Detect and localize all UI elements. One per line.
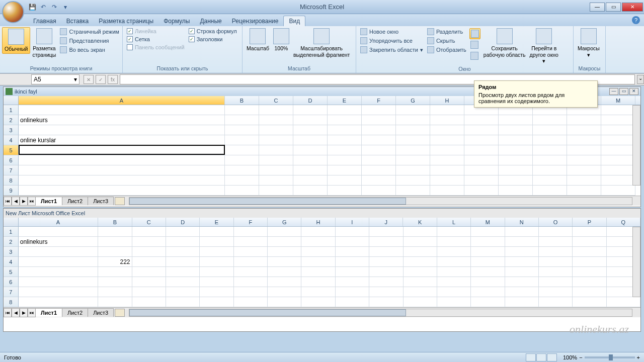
cell[interactable] xyxy=(471,267,505,277)
column-header[interactable]: B xyxy=(98,218,132,226)
cell[interactable] xyxy=(19,247,98,257)
cell[interactable] xyxy=(430,105,464,115)
cell[interactable] xyxy=(362,145,396,155)
cell[interactable] xyxy=(471,237,505,247)
cell[interactable] xyxy=(533,186,567,196)
cell[interactable] xyxy=(437,257,471,267)
cell[interactable] xyxy=(396,115,430,125)
cell[interactable] xyxy=(573,277,606,287)
cell[interactable] xyxy=(234,287,268,297)
zoom-out-button[interactable]: − xyxy=(579,354,582,360)
cell[interactable] xyxy=(607,297,640,307)
cell[interactable] xyxy=(533,155,567,165)
cell[interactable] xyxy=(404,267,437,277)
cell[interactable] xyxy=(362,135,396,145)
cell[interactable] xyxy=(259,115,293,125)
column-header[interactable]: F xyxy=(234,218,268,226)
qat-customize-icon[interactable]: ▾ xyxy=(60,2,70,12)
cell[interactable] xyxy=(19,287,98,297)
cell[interactable] xyxy=(601,155,635,165)
sheet-tab[interactable]: Лист1 xyxy=(35,197,62,205)
cell[interactable] xyxy=(166,237,200,247)
cell[interactable] xyxy=(430,155,464,165)
cell[interactable] xyxy=(293,125,328,135)
cell[interactable] xyxy=(437,237,471,247)
sheet-nav-prev[interactable]: ◀ xyxy=(12,308,20,317)
cell[interactable] xyxy=(404,257,437,267)
cell[interactable] xyxy=(259,135,293,145)
cell[interactable] xyxy=(268,277,301,287)
tab-page-layout[interactable]: Разметка страницы xyxy=(94,16,158,26)
cell[interactable] xyxy=(166,277,200,287)
cell[interactable] xyxy=(132,227,166,237)
cell[interactable] xyxy=(464,145,499,155)
cell[interactable] xyxy=(567,155,601,165)
cell[interactable] xyxy=(362,115,396,125)
page-break-view-button[interactable]: Страничный режим xyxy=(58,27,121,36)
cell[interactable] xyxy=(301,277,335,287)
cell[interactable] xyxy=(19,145,225,155)
wb2-hscroll[interactable] xyxy=(129,309,632,317)
row-header[interactable]: 8 xyxy=(4,297,19,307)
cell[interactable] xyxy=(567,125,601,135)
new-sheet-button[interactable] xyxy=(115,197,125,205)
cell[interactable] xyxy=(499,145,533,155)
cell[interactable] xyxy=(573,297,606,307)
cancel-formula-button[interactable]: ✕ xyxy=(84,75,94,84)
cell[interactable] xyxy=(601,165,635,175)
cell[interactable] xyxy=(362,155,396,165)
cell[interactable] xyxy=(601,115,635,125)
column-header[interactable]: H xyxy=(430,96,464,105)
cell[interactable] xyxy=(328,145,362,155)
cell[interactable] xyxy=(404,227,437,237)
namebox-dropdown-icon[interactable]: ▾ xyxy=(74,76,77,83)
cell[interactable] xyxy=(471,287,505,297)
cell[interactable] xyxy=(301,237,335,247)
cell[interactable] xyxy=(19,267,98,277)
cell[interactable] xyxy=(404,277,437,287)
wb1-minimize[interactable]: — xyxy=(609,88,618,95)
reset-position-button[interactable] xyxy=(469,50,480,61)
row-header[interactable]: 6 xyxy=(4,155,19,165)
cell[interactable] xyxy=(464,135,499,145)
zoom-selection-button[interactable]: Масштабироватьвыделенный фрагмент xyxy=(291,27,352,59)
cell[interactable] xyxy=(404,297,437,307)
cell[interactable] xyxy=(328,165,362,175)
cell[interactable] xyxy=(301,267,335,277)
sheet-tab[interactable]: Лист2 xyxy=(62,308,88,317)
sheet-nav-first[interactable]: ⏮ xyxy=(4,197,12,206)
cell[interactable] xyxy=(293,145,328,155)
cell[interactable] xyxy=(430,115,464,125)
workbook2-titlebar[interactable]: New Лист Microsoft Office Excel xyxy=(4,209,640,218)
custom-views-button[interactable]: Представления xyxy=(58,36,121,45)
column-header[interactable]: F xyxy=(362,96,396,105)
cell[interactable] xyxy=(369,297,403,307)
cell[interactable] xyxy=(464,186,499,196)
cell[interactable] xyxy=(259,186,293,196)
row-header[interactable]: 3 xyxy=(4,247,19,257)
cell[interactable] xyxy=(225,105,259,115)
cell[interactable] xyxy=(200,227,233,237)
row-header[interactable]: 4 xyxy=(4,135,19,145)
column-header[interactable]: C xyxy=(259,96,293,105)
column-header[interactable]: K xyxy=(403,218,437,226)
cell[interactable] xyxy=(293,175,328,186)
zoom-slider[interactable] xyxy=(585,356,635,358)
column-header[interactable]: G xyxy=(396,96,430,105)
cell[interactable] xyxy=(430,186,464,196)
cell[interactable] xyxy=(328,155,362,165)
row-header[interactable]: 7 xyxy=(4,165,19,175)
cell[interactable] xyxy=(268,227,301,237)
page-break-view-icon[interactable] xyxy=(547,353,557,361)
cell[interactable] xyxy=(539,257,573,267)
cell[interactable] xyxy=(499,165,533,175)
cell[interactable] xyxy=(369,227,403,237)
cell[interactable] xyxy=(369,267,403,277)
wb1-hscroll[interactable] xyxy=(129,197,632,205)
cell[interactable] xyxy=(396,186,430,196)
cell[interactable] xyxy=(328,135,362,145)
cell[interactable] xyxy=(430,125,464,135)
cell[interactable] xyxy=(259,155,293,165)
sheet-nav-next[interactable]: ▶ xyxy=(20,308,28,317)
cell[interactable] xyxy=(328,175,362,186)
